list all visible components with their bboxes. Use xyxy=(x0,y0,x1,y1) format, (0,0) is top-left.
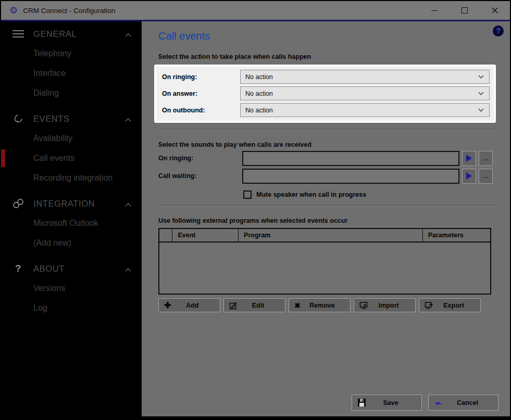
chevron-down-icon xyxy=(478,108,484,112)
about-icon: ? xyxy=(11,263,25,274)
app-window: ⚙ CRM Connect - Configuration GENERAL xyxy=(0,0,511,420)
cancel-button[interactable]: Cancel xyxy=(428,394,498,411)
page-title: Call events xyxy=(158,30,510,42)
section-divider xyxy=(158,129,494,130)
sidebar-section-events: EVENTS Availability Call events Recordin… xyxy=(1,109,142,188)
title-bar: ⚙ CRM Connect - Configuration xyxy=(1,1,510,20)
on-answer-action-select[interactable]: No action xyxy=(240,86,490,100)
window-controls xyxy=(419,1,510,20)
chevron-up-icon xyxy=(125,114,131,124)
close-button[interactable] xyxy=(480,1,510,20)
sidebar-header-events[interactable]: EVENTS xyxy=(1,109,142,129)
on-outbound-action-value: No action xyxy=(245,107,273,114)
sidebar-item-availability[interactable]: Availability xyxy=(1,129,142,148)
sidebar-header-label: GENERAL xyxy=(33,29,77,39)
column-header-select xyxy=(159,228,172,242)
sidebar-item-microsoft-outlook[interactable]: Microsoft Outlook xyxy=(1,213,142,233)
mute-speaker-label: Mute speaker when call in progress xyxy=(256,191,366,198)
close-icon xyxy=(491,7,498,14)
sidebar-section-about: ? ABOUT Versions Log xyxy=(1,259,142,318)
chevron-down-icon xyxy=(478,75,484,79)
on-outbound-action-select[interactable]: No action xyxy=(240,103,490,117)
edit-button[interactable]: Edit xyxy=(223,298,285,312)
sounds-section-heading: Select the sounds to play when calls are… xyxy=(158,141,494,148)
main-panel: ? Call events Select the action to take … xyxy=(142,21,510,416)
on-ringing-action-value: No action xyxy=(245,73,273,81)
sidebar-item-telephony[interactable]: Telephony xyxy=(1,44,142,63)
on-answer-action-value: No action xyxy=(245,90,273,97)
on-ringing-action-label: On ringing: xyxy=(160,73,240,81)
sidebar-item-interface[interactable]: Interface xyxy=(1,63,142,83)
sidebar-section-integration: INTEGRATION Microsoft Outlook (Add new) xyxy=(1,194,142,253)
call-waiting-sound-field[interactable] xyxy=(242,169,459,184)
save-button[interactable]: Save xyxy=(352,394,422,411)
on-ringing-sound-field[interactable] xyxy=(242,151,459,166)
browse-call-waiting-button[interactable]: ... xyxy=(479,169,493,184)
app-gear-icon: ⚙ xyxy=(9,6,18,15)
programs-section-heading: Use following external programs when sel… xyxy=(158,217,494,224)
table-empty-body xyxy=(159,242,491,294)
mute-speaker-checkbox[interactable] xyxy=(243,190,252,199)
table-toolbar: ✚ Add Edit ✖ Remove xyxy=(158,298,510,312)
chevron-up-icon xyxy=(125,29,131,39)
actions-section-heading: Select the action to take place when cal… xyxy=(158,53,494,60)
on-answer-action-label: On answer: xyxy=(160,90,240,97)
cancel-undo-icon xyxy=(434,399,443,406)
call-actions-highlight-panel: On ringing: No action On answer: No acti… xyxy=(154,65,496,123)
sidebar-item-add-new[interactable]: (Add new) xyxy=(1,233,142,253)
sidebar-header-label: EVENTS xyxy=(33,114,70,124)
export-icon xyxy=(425,301,433,309)
sidebar-header-general[interactable]: GENERAL xyxy=(1,24,142,44)
ellipsis-icon: ... xyxy=(482,173,489,179)
sidebar-header-integration[interactable]: INTEGRATION xyxy=(1,194,142,213)
chevron-down-icon xyxy=(478,92,484,95)
external-programs-table: Event Program Parameters xyxy=(158,228,491,295)
ellipsis-icon: ... xyxy=(482,156,489,161)
chevron-up-icon xyxy=(125,199,131,209)
sidebar-item-recording-integration[interactable]: Recording integration xyxy=(1,168,142,188)
integration-icon xyxy=(11,198,25,209)
play-on-ringing-button[interactable] xyxy=(462,151,476,166)
sidebar-item-versions[interactable]: Versions xyxy=(1,278,142,298)
help-button[interactable]: ? xyxy=(493,26,504,36)
sidebar-item-call-events[interactable]: Call events xyxy=(1,148,142,168)
browse-on-ringing-button[interactable]: ... xyxy=(479,151,493,166)
minimize-button[interactable] xyxy=(419,1,450,20)
import-icon xyxy=(359,301,368,309)
play-icon xyxy=(466,155,472,162)
remove-button[interactable]: ✖ Remove xyxy=(289,298,351,312)
sidebar: GENERAL Telephony Interface Dialing xyxy=(1,21,142,416)
section-divider xyxy=(158,205,494,206)
window-title: CRM Connect - Configuration xyxy=(23,7,115,15)
on-ringing-sound-label: On ringing: xyxy=(158,155,242,162)
chevron-up-icon xyxy=(125,264,131,274)
remove-icon: ✖ xyxy=(294,302,301,309)
menu-icon xyxy=(11,30,25,37)
sidebar-header-label: ABOUT xyxy=(33,264,65,274)
edit-icon xyxy=(229,301,238,310)
events-icon xyxy=(11,113,25,124)
maximize-button[interactable] xyxy=(450,1,480,20)
play-call-waiting-button[interactable] xyxy=(462,169,476,184)
footer-actions: Save Cancel xyxy=(352,394,498,411)
import-button[interactable]: Import xyxy=(354,298,416,312)
call-waiting-sound-label: Call waiting: xyxy=(158,172,242,180)
on-outbound-action-label: On outbound: xyxy=(160,107,240,114)
on-ringing-action-select[interactable]: No action xyxy=(240,70,490,84)
maximize-icon xyxy=(462,7,468,14)
add-button[interactable]: ✚ Add xyxy=(158,298,220,312)
sidebar-item-log[interactable]: Log xyxy=(1,298,142,318)
sidebar-section-general: GENERAL Telephony Interface Dialing xyxy=(1,24,142,103)
sidebar-item-dialing[interactable]: Dialing xyxy=(1,83,142,103)
sidebar-header-about[interactable]: ? ABOUT xyxy=(1,259,142,278)
table-header-row: Event Program Parameters xyxy=(159,228,491,242)
column-header-event: Event xyxy=(172,228,239,242)
column-header-parameters: Parameters xyxy=(422,228,491,242)
add-icon: ✚ xyxy=(164,301,171,310)
play-icon xyxy=(466,172,472,180)
sidebar-header-label: INTEGRATION xyxy=(33,199,95,209)
save-icon xyxy=(357,398,366,407)
column-header-program: Program xyxy=(239,228,423,242)
minimize-icon xyxy=(431,10,438,11)
export-button[interactable]: Export xyxy=(419,298,481,312)
